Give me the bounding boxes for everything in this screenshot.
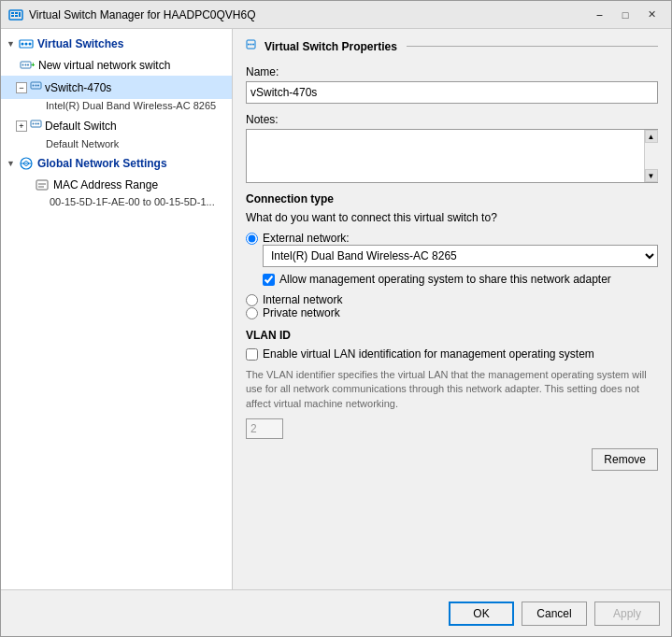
private-network-radio-row: Private network xyxy=(246,306,658,319)
svg-rect-5 xyxy=(19,12,21,17)
vlan-description: The VLAN identifier specifies the virtua… xyxy=(246,368,658,411)
minimize-button[interactable]: ‒ xyxy=(587,6,611,24)
svg-rect-2 xyxy=(15,12,18,14)
internal-network-label[interactable]: Internal network xyxy=(263,293,342,306)
window-controls: ‒ □ ✕ xyxy=(587,6,664,24)
notes-section: Notes: ▲ ▼ xyxy=(246,113,658,183)
svg-point-7 xyxy=(21,43,23,46)
apply-button[interactable]: Apply xyxy=(594,602,660,626)
allow-mgmt-row: Allow management operating system to sha… xyxy=(263,273,658,286)
svg-point-11 xyxy=(22,64,24,66)
remove-btn-row: Remove xyxy=(246,448,658,471)
default-switch-name: Default Switch xyxy=(45,120,117,133)
global-settings-arrow: ▼ xyxy=(7,159,15,168)
default-switch-group: + Default Switch Default Network xyxy=(1,114,232,152)
allow-mgmt-checkbox[interactable] xyxy=(263,274,275,286)
default-switch-icon xyxy=(30,117,45,134)
svg-point-21 xyxy=(36,123,37,125)
private-network-label[interactable]: Private network xyxy=(263,306,340,319)
svg-point-29 xyxy=(248,44,250,46)
new-switch-item[interactable]: + New virtual network switch xyxy=(1,55,232,76)
svg-point-13 xyxy=(27,64,29,66)
internal-network-radio-row: Internal network xyxy=(246,293,658,306)
vlan-id-input[interactable] xyxy=(246,418,283,439)
cancel-button[interactable]: Cancel xyxy=(522,602,587,626)
notes-scrollbar: ▲ ▼ xyxy=(644,130,657,182)
bottom-bar: OK Cancel Apply xyxy=(1,589,671,636)
notes-scroll-thumb-area xyxy=(645,143,658,169)
panel-title-icon xyxy=(246,38,259,54)
mac-range-item[interactable]: MAC Address Range xyxy=(1,175,232,195)
section-arrow: ▼ xyxy=(7,39,15,49)
connection-type-title: Connection type xyxy=(246,192,658,205)
mac-range-group: MAC Address Range 00-15-5D-1F-AE-00 to 0… xyxy=(1,175,232,210)
main-content: ▼ Virtual Switches xyxy=(1,29,671,589)
svg-point-12 xyxy=(25,64,27,66)
title-bar: Virtual Switch Manager for HAADPC0QVH6Q … xyxy=(1,1,671,29)
virtual-switches-icon xyxy=(19,36,34,51)
vswitch-sub: Intel(R) Dual Band Wireless-AC 8265 xyxy=(1,99,232,114)
vswitch-name: vSwitch-470s xyxy=(45,81,111,94)
external-network-label[interactable]: External network: xyxy=(263,232,350,245)
svg-text:+: + xyxy=(31,61,35,69)
global-settings-section[interactable]: ▼ Global Network Settings xyxy=(1,152,232,175)
vswitch-group: − vSwitch-470s Intel(R) Dual Band Wirele… xyxy=(1,76,232,114)
svg-point-16 xyxy=(33,85,35,87)
svg-rect-25 xyxy=(36,180,48,190)
svg-rect-3 xyxy=(11,15,14,17)
close-button[interactable]: ✕ xyxy=(639,6,664,24)
default-switch-item[interactable]: + Default Switch xyxy=(1,114,232,137)
vswitch-expand[interactable]: − xyxy=(16,82,27,93)
new-switch-label: New virtual network switch xyxy=(38,59,170,72)
notes-scroll-down[interactable]: ▼ xyxy=(645,169,658,182)
default-switch-expand[interactable]: + xyxy=(16,120,27,132)
mac-range-icon xyxy=(35,177,50,192)
mac-range-label: MAC Address Range xyxy=(53,178,158,191)
svg-point-17 xyxy=(36,85,37,87)
vswitch-item[interactable]: − vSwitch-470s xyxy=(1,76,232,99)
vlan-checkbox-row: Enable virtual LAN identification for ma… xyxy=(246,347,658,361)
connection-question: What do you want to connect this virtual… xyxy=(246,211,658,224)
allow-mgmt-label[interactable]: Allow management operating system to sha… xyxy=(279,273,611,286)
external-network-dropdown-row: Intel(R) Dual Band Wireless-AC 8265 xyxy=(263,245,658,267)
svg-point-30 xyxy=(250,44,252,46)
name-section: Name: xyxy=(246,65,658,104)
svg-point-8 xyxy=(24,43,27,46)
vlan-enable-label[interactable]: Enable virtual LAN identification for ma… xyxy=(263,347,594,361)
external-network-radio-row: External network: xyxy=(246,232,658,245)
window-title: Virtual Switch Manager for HAADPC0QVH6Q xyxy=(29,8,587,21)
remove-button[interactable]: Remove xyxy=(592,448,658,471)
name-label: Name: xyxy=(246,65,658,78)
vlan-title: VLAN ID xyxy=(246,329,658,342)
ok-button[interactable]: OK xyxy=(449,602,514,626)
private-network-radio[interactable] xyxy=(246,307,258,319)
svg-rect-1 xyxy=(11,12,14,14)
internal-network-radio[interactable] xyxy=(246,294,258,306)
vlan-section: VLAN ID Enable virtual LAN identificatio… xyxy=(246,329,658,439)
app-icon xyxy=(8,7,23,22)
global-settings-icon xyxy=(19,156,34,171)
new-switch-icon: + xyxy=(20,58,35,73)
virtual-switches-section[interactable]: ▼ Virtual Switches xyxy=(1,33,232,55)
svg-point-18 xyxy=(37,85,39,87)
name-input[interactable] xyxy=(246,81,658,104)
notes-area: ▲ ▼ xyxy=(246,129,658,183)
virtual-switches-label: Virtual Switches xyxy=(37,37,123,50)
svg-point-9 xyxy=(28,43,31,46)
notes-label: Notes: xyxy=(246,113,658,126)
svg-rect-4 xyxy=(15,15,18,17)
connection-type-section: Connection type What do you want to conn… xyxy=(246,192,658,319)
panel-title: Virtual Switch Properties xyxy=(246,38,658,54)
left-panel: ▼ Virtual Switches xyxy=(1,29,233,589)
notes-scroll-up[interactable]: ▲ xyxy=(645,130,658,143)
default-switch-sub: Default Network xyxy=(1,137,232,152)
panel-title-text: Virtual Switch Properties xyxy=(265,40,397,53)
notes-input[interactable] xyxy=(247,130,644,182)
vlan-enable-checkbox[interactable] xyxy=(246,348,258,361)
mac-range-value: 00-15-5D-1F-AE-00 to 00-15-5D-1... xyxy=(1,195,232,210)
svg-point-31 xyxy=(252,44,254,46)
maximize-button[interactable]: □ xyxy=(613,6,637,24)
external-network-radio[interactable] xyxy=(246,233,258,245)
vswitch-icon xyxy=(30,78,45,96)
network-adapter-dropdown[interactable]: Intel(R) Dual Band Wireless-AC 8265 xyxy=(263,245,658,267)
